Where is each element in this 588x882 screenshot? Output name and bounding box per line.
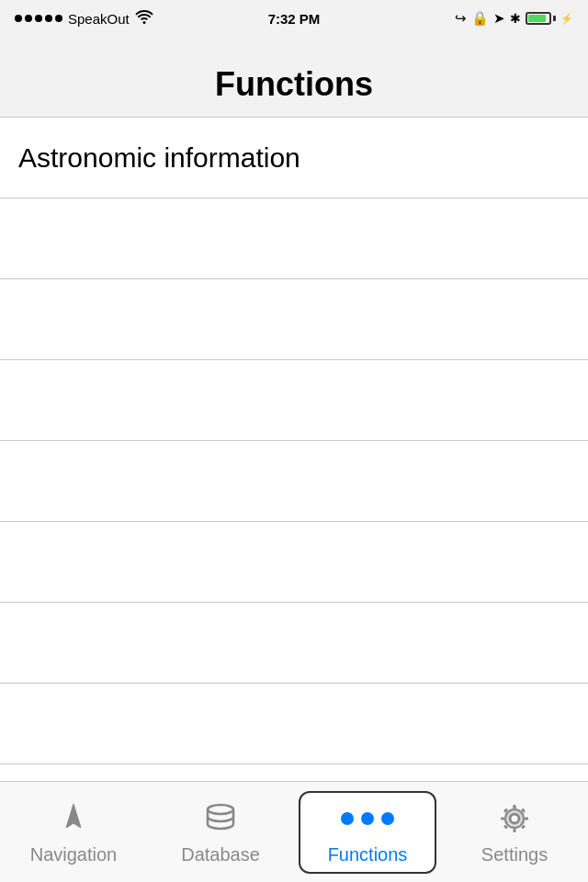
tab-bar: Navigation Database Functions xyxy=(0,781,588,882)
list-item-6 xyxy=(0,522,588,603)
navigation-tab-icon xyxy=(53,798,94,839)
dot-1 xyxy=(341,812,354,825)
tab-navigation[interactable]: Navigation xyxy=(5,791,142,874)
list-item-5 xyxy=(0,441,588,522)
list-item-3 xyxy=(0,279,588,360)
charging-icon: ⚡ xyxy=(560,13,573,25)
settings-tab-icon xyxy=(494,798,535,839)
svg-point-1 xyxy=(208,805,233,814)
wifi-icon xyxy=(135,9,153,28)
settings-tab-label: Settings xyxy=(481,844,548,865)
svg-rect-7 xyxy=(525,818,528,820)
tab-functions[interactable]: Functions xyxy=(299,791,436,874)
list-item-astronomic-label: Astronomic information xyxy=(18,142,300,174)
bluetooth-icon: ✱ xyxy=(510,11,521,26)
functions-tab-icon xyxy=(347,798,388,839)
svg-rect-6 xyxy=(501,818,504,820)
svg-rect-5 xyxy=(514,829,516,832)
database-tab-label: Database xyxy=(181,844,260,865)
status-right: ↪ 🔒 ➤ ✱ ⚡ xyxy=(455,10,573,27)
database-tab-icon xyxy=(200,798,241,839)
dot-3 xyxy=(381,812,394,825)
battery-body xyxy=(526,12,551,25)
functions-tab-label: Functions xyxy=(328,844,408,865)
svg-rect-4 xyxy=(514,805,516,808)
page-title: Functions xyxy=(215,65,373,104)
svg-marker-0 xyxy=(66,804,81,828)
signal-dots xyxy=(15,15,62,22)
list-item-astronomic[interactable]: Astronomic information xyxy=(0,118,588,198)
rotate-icon: ↪ xyxy=(455,10,467,27)
carrier-label: SpeakOut xyxy=(68,11,130,27)
svg-point-12 xyxy=(511,815,519,823)
location-icon: ➤ xyxy=(493,10,505,27)
status-bar: SpeakOut 7:32 PM ↪ 🔒 ➤ ✱ ⚡ xyxy=(0,0,588,37)
tab-database[interactable]: Database xyxy=(152,791,289,874)
content-area: Astronomic information xyxy=(0,118,588,845)
signal-dot-4 xyxy=(45,15,52,22)
lock-icon: 🔒 xyxy=(471,10,489,27)
status-time: 7:32 PM xyxy=(268,11,321,27)
list-item-2 xyxy=(0,198,588,279)
navigation-tab-label: Navigation xyxy=(30,844,118,865)
battery-tip xyxy=(553,16,556,21)
list-item-8 xyxy=(0,684,588,764)
signal-dot-5 xyxy=(55,15,62,22)
signal-dot-3 xyxy=(35,15,42,22)
list-item-4 xyxy=(0,360,588,441)
battery-indicator xyxy=(526,12,556,25)
status-left: SpeakOut xyxy=(15,9,153,28)
three-dots-icon xyxy=(341,812,394,825)
list-item-7 xyxy=(0,603,588,684)
battery-fill xyxy=(528,15,546,22)
signal-dot-1 xyxy=(15,15,22,22)
signal-dot-2 xyxy=(25,15,32,22)
dot-2 xyxy=(361,812,374,825)
navigation-bar: Functions xyxy=(0,37,588,118)
tab-settings[interactable]: Settings xyxy=(446,791,583,874)
